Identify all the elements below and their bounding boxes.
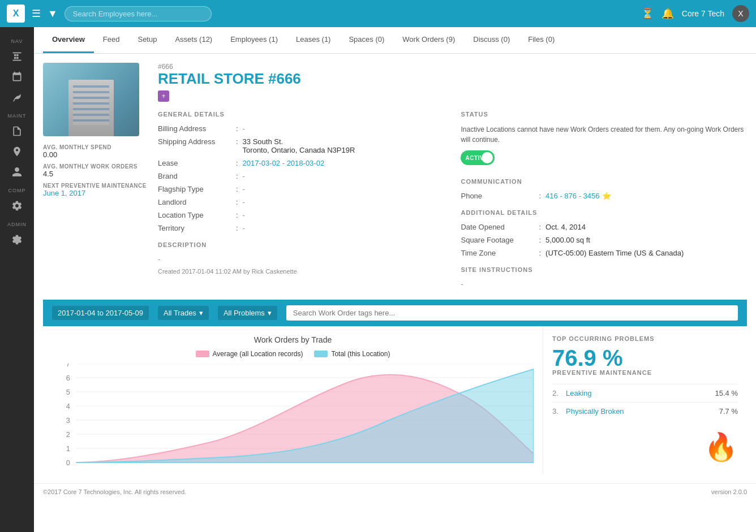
sidebar-item-locations[interactable] xyxy=(0,46,34,67)
svg-text:2: 2 xyxy=(66,431,70,439)
created-by: Created 2017-01-04 11:02 AM by Rick Cask… xyxy=(158,268,444,275)
phone-value[interactable]: 416 - 876 - 3456 xyxy=(545,192,599,200)
search-input[interactable] xyxy=(65,6,212,21)
details-right: STATUS Inactive Locations cannot have ne… xyxy=(461,111,747,288)
work-order-tags-search[interactable] xyxy=(286,305,738,321)
filter-icon[interactable]: ▼ xyxy=(48,8,58,20)
location-tag[interactable]: + xyxy=(158,90,169,102)
app-logo[interactable]: X xyxy=(7,5,25,23)
date-opened-value: Oct. 4, 2014 xyxy=(545,223,586,231)
tab-feed[interactable]: Feed xyxy=(94,27,129,53)
time-zone-row: Time Zone : (UTC-05:00) Eastern Time (US… xyxy=(461,249,747,257)
billing-value: - xyxy=(243,124,245,133)
sidebar-item-doc[interactable] xyxy=(0,121,34,141)
time-zone-value: (UTC-05:00) Eastern Time (US & Canada) xyxy=(545,249,684,257)
tab-work-orders[interactable]: Work Orders (9) xyxy=(393,27,464,53)
square-footage-value: 5,000.00 sq ft xyxy=(545,236,590,244)
status-title: STATUS xyxy=(461,111,747,118)
sidebar-item-leaf[interactable] xyxy=(0,87,34,107)
location-id: #666 xyxy=(158,63,747,71)
problems-dropdown[interactable]: All Problems ▾ xyxy=(218,306,277,320)
bell-icon[interactable]: 🔔 xyxy=(662,7,674,20)
date-opened-row: Date Opened : Oct. 4, 2014 xyxy=(461,223,747,231)
active-toggle-container: ACTIVE xyxy=(461,150,495,165)
top-bar: X ☰ ▼ ⏳ 🔔 Core 7 Tech X xyxy=(0,0,756,27)
communication-title: COMMUNICATION xyxy=(461,178,747,185)
svg-text:1: 1 xyxy=(66,445,70,453)
main-percent: 76.9 % xyxy=(552,347,738,369)
avg-wo-value: 4.5 xyxy=(43,170,147,178)
hamburger-icon[interactable]: ☰ xyxy=(32,7,41,20)
tab-overview[interactable]: Overview xyxy=(43,27,94,53)
territory-row: Territory : - xyxy=(158,224,444,232)
avg-spend-label: AVG. MONTHLY SPEND xyxy=(43,144,147,150)
problem-pct-broken: 7.7 % xyxy=(719,407,738,416)
phone-row: Phone : 416 - 876 - 3456 ⭐ xyxy=(461,192,747,200)
maint-section-label: MAINT xyxy=(0,113,34,119)
calendar-icon xyxy=(11,71,23,83)
problem-name-leaking[interactable]: Leaking xyxy=(566,389,715,397)
brand-label: Brand xyxy=(158,172,231,180)
sidebar-item-admin[interactable] xyxy=(0,230,34,250)
tab-employees[interactable]: Employees (1) xyxy=(221,27,287,53)
document-icon xyxy=(11,126,23,137)
shipping-label: Shipping Address xyxy=(158,137,231,146)
tab-discuss[interactable]: Discuss (0) xyxy=(464,27,519,53)
lease-value[interactable]: 2017-03-02 - 2018-03-02 xyxy=(243,159,325,167)
chart-legend: Average (all Location records) Total (th… xyxy=(52,350,534,358)
footer-version: version 2.0.0 xyxy=(711,488,747,495)
footer-copyright: ©2017 Core 7 Technologies, Inc. All righ… xyxy=(43,488,186,495)
building-icon xyxy=(11,51,23,62)
status-section: STATUS Inactive Locations cannot have ne… xyxy=(461,111,747,167)
sidebar-item-calendar[interactable] xyxy=(0,67,34,87)
legend-average: Average (all Location records) xyxy=(196,350,303,358)
pm-label: PREVENTIVE MAINTENANCE xyxy=(552,369,738,376)
tab-files[interactable]: Files (0) xyxy=(519,27,564,53)
settings-icon xyxy=(11,234,23,245)
content-area: Overview Feed Setup Assets (12) Employee… xyxy=(34,27,756,532)
chart-svg-container: 7 6 5 4 3 2 1 0 xyxy=(52,364,534,465)
square-footage-label: Square Footage xyxy=(461,236,534,244)
location-info: #666 RETAIL STORE #666 + GENERAL DETAILS… xyxy=(158,63,747,288)
top-bar-right: ⏳ 🔔 Core 7 Tech X xyxy=(641,5,749,22)
location-image xyxy=(43,63,139,136)
sidebar-item-pin[interactable] xyxy=(0,141,34,162)
location-type-value: - xyxy=(243,211,245,219)
sidebar-item-person[interactable] xyxy=(0,162,34,182)
sidebar: NAV MAINT xyxy=(0,27,34,532)
svg-text:3: 3 xyxy=(66,417,70,425)
analytics-bar: 2017-01-04 to 2017-05-09 All Trades ▾ Al… xyxy=(43,300,747,326)
territory-label: Territory xyxy=(158,224,231,232)
gears-icon xyxy=(11,200,23,211)
sidebar-item-comp[interactable] xyxy=(0,196,34,216)
location-type-label: Location Type xyxy=(158,211,231,219)
tab-spaces[interactable]: Spaces (0) xyxy=(340,27,393,53)
landlord-row: Landlord : - xyxy=(158,198,444,206)
problem-name-broken[interactable]: Physically Broken xyxy=(566,407,719,416)
svg-text:0: 0 xyxy=(66,459,70,465)
tab-leases[interactable]: Leases (1) xyxy=(287,27,340,53)
pin-icon xyxy=(11,146,23,157)
territory-value: - xyxy=(243,224,245,232)
site-instructions-title: SITE INSTRUCTIONS xyxy=(461,266,747,273)
date-range[interactable]: 2017-01-04 to 2017-05-09 xyxy=(52,306,149,320)
page-content: AVG. MONTHLY SPEND 0.00 AVG. MONTHLY WOR… xyxy=(34,54,756,483)
flame-decoration: 🔥 xyxy=(552,431,738,463)
location-left-panel: AVG. MONTHLY SPEND 0.00 AVG. MONTHLY WOR… xyxy=(43,63,147,288)
user-avatar[interactable]: X xyxy=(732,5,749,22)
trades-dropdown[interactable]: All Trades ▾ xyxy=(158,306,209,320)
details-left: GENERAL DETAILS Billing Address : - Ship… xyxy=(158,111,444,288)
phone-label: Phone xyxy=(461,192,534,200)
active-toggle[interactable]: ACTIVE xyxy=(461,150,495,165)
tab-assets[interactable]: Assets (12) xyxy=(166,27,221,53)
footer: ©2017 Core 7 Technologies, Inc. All righ… xyxy=(34,483,756,500)
additional-details-title: ADDITIONAL DETAILS xyxy=(461,209,747,216)
flagship-value: - xyxy=(243,185,245,193)
site-instructions-section: SITE INSTRUCTIONS - xyxy=(461,266,747,288)
avg-wo-label: AVG. MONTHLY WORK ORDERS xyxy=(43,163,147,170)
site-instructions-value: - xyxy=(461,280,747,288)
brand-row: Brand : - xyxy=(158,172,444,180)
hourglass-icon[interactable]: ⏳ xyxy=(641,7,654,20)
legend-total: Total (this Location) xyxy=(314,350,390,358)
tab-setup[interactable]: Setup xyxy=(128,27,166,53)
